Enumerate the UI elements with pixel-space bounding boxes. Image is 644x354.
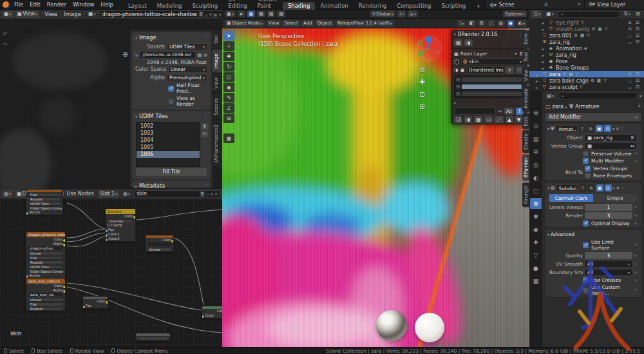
- shader-node[interactable]: ColorLinear: [145, 235, 174, 252]
- unlink-icon[interactable]: ✕: [218, 12, 222, 17]
- viewport-canvas[interactable]: User Perspective (159) Scene Collection …: [222, 28, 529, 347]
- panel-options-icon[interactable]: ∷: [205, 183, 207, 188]
- add-modifier-dropdown[interactable]: Add Modifier▾: [545, 113, 641, 121]
- close-icon[interactable]: ✕: [577, 2, 581, 7]
- layer-list[interactable]: ⊙⊙⊙: [454, 75, 524, 98]
- node-row[interactable]: Alpha: [26, 288, 65, 293]
- udim-tile[interactable]: 1006: [137, 151, 200, 158]
- overlays-icon[interactable]: ◧: [468, 20, 476, 27]
- properties-tab[interactable]: ⧉: [530, 146, 542, 157]
- sphere-mode-button[interactable]: ◑: [464, 39, 473, 46]
- outliner-row[interactable]: ▸ Ψ zara_rig: [529, 52, 644, 58]
- material-datablock-field[interactable]: skin 3 ◇ ⧉ ✕: [134, 190, 220, 198]
- mode-dropdown[interactable]: ▣ Object Mode▾: [225, 20, 265, 27]
- image-browse-icon[interactable]: ▣▾: [86, 10, 98, 18]
- blender-logo-icon[interactable]: [3, 1, 10, 8]
- invert-icon[interactable]: ↔: [630, 143, 634, 149]
- extras-dropdown-icon[interactable]: ▾: [612, 126, 614, 131]
- drag-dots-icon[interactable]: ∷: [621, 126, 623, 132]
- cursor-tool-icon[interactable]: ➤: [238, 10, 245, 17]
- optimal-display-checkbox[interactable]: Optimal Display•: [545, 220, 641, 227]
- node-row[interactable]: Repeat: [26, 306, 65, 311]
- add-tile-button[interactable]: +: [201, 123, 208, 130]
- realtime-toggle[interactable]: ▣: [596, 184, 603, 192]
- texture-slot-icon[interactable]: ▨: [277, 10, 285, 17]
- menu-item[interactable]: Object: [316, 20, 334, 27]
- node-row[interactable]: Repeat: [26, 197, 62, 201]
- menu-item[interactable]: Select: [282, 20, 300, 27]
- node-row[interactable]: Color Space Linear: [26, 269, 65, 273]
- workspace-tab[interactable]: +: [471, 2, 486, 10]
- node-row[interactable]: Alpha: [26, 242, 65, 246]
- checker-mode-button[interactable]: ▦: [454, 39, 462, 46]
- editor-type-button[interactable]: ☰▾: [531, 10, 542, 18]
- layer-row[interactable]: ⊙: [455, 76, 523, 83]
- menu-item[interactable]: Image: [61, 11, 84, 17]
- sidebar-tab[interactable]: View: [213, 74, 222, 93]
- properties-tab[interactable]: ✚: [530, 237, 542, 248]
- properties-tab[interactable]: ⚒: [530, 108, 542, 119]
- sidebar-tab[interactable]: View: [522, 66, 529, 84]
- expand-arrow-icon[interactable]: ▸: [536, 79, 540, 83]
- udim-tile[interactable]: 1003: [137, 130, 200, 137]
- shader-node[interactable]: [135, 333, 171, 341]
- render-toggle[interactable]: ⊡: [604, 125, 611, 132]
- sidebar-tab[interactable]: Scopes: [213, 94, 222, 119]
- sidebar-tab[interactable]: Image: [213, 50, 222, 73]
- expand-arrow-icon[interactable]: ▸: [542, 66, 546, 70]
- outliner-row[interactable]: ▸ ▽ eye.right ▽ ⊙ ⊡: [529, 19, 644, 26]
- filepath-field[interactable]: //textures..w.1006.exr: [140, 52, 195, 59]
- workspace-tab[interactable]: Compositing: [392, 2, 436, 10]
- menu-item[interactable]: File: [11, 1, 26, 8]
- folder-icon[interactable]: ▤: [198, 53, 202, 58]
- breadcrumb-modifier[interactable]: Armature: [575, 104, 600, 110]
- unlink-icon[interactable]: ✕: [214, 192, 218, 196]
- navigation-gizmo[interactable]: [414, 34, 444, 63]
- texture-icon[interactable]: ▦: [474, 116, 482, 123]
- node-row[interactable]: Color: [146, 238, 173, 242]
- node-row[interactable]: Flat: [26, 302, 65, 306]
- node-row[interactable]: UDIM Tiles: [26, 201, 62, 206]
- node-row[interactable]: Color: [26, 237, 65, 242]
- collapse-icon[interactable]: ▾: [547, 232, 549, 237]
- properties-tab[interactable]: ◎: [530, 159, 542, 170]
- collapse-icon[interactable]: ▾: [135, 35, 137, 40]
- rotate-tool[interactable]: ↻: [223, 62, 234, 72]
- material-icon[interactable]: ◍▾: [121, 190, 132, 198]
- sidebar-tab[interactable]: BPainter: [522, 154, 529, 181]
- proportional-edit-icon[interactable]: ◎▾: [408, 10, 418, 17]
- outliner-row[interactable]: ▸ ◆ Pose: [529, 58, 644, 64]
- modifier-name-field[interactable]: Subdivi..: [556, 184, 578, 192]
- layer-row[interactable]: ⊙: [455, 90, 523, 97]
- checkbox-row[interactable]: View as Render: [132, 95, 211, 108]
- shader-node[interactable]: FlatRepeatUDIM TilesColor Space LinearVe…: [26, 189, 63, 215]
- retopoflow-dropdown[interactable]: RetopoFlow 3.2.4 (self)▾: [336, 20, 394, 27]
- zoom-icon[interactable]: ⊕: [419, 66, 425, 74]
- filter-collapse-icon[interactable]: ▾: [454, 101, 456, 105]
- sidebar-tab[interactable]: Grungit: [522, 182, 529, 207]
- visibility-icons[interactable]: ◡ ⊡: [628, 33, 642, 38]
- properties-tab[interactable]: ◉: [530, 224, 542, 235]
- filter-dropdown-icon[interactable]: ▾: [639, 93, 641, 98]
- node-row[interactable]: Color1: [106, 232, 135, 237]
- value-field[interactable]: 1: [585, 204, 632, 211]
- collapse-icon[interactable]: ▾: [454, 32, 456, 37]
- outliner-row[interactable]: ▸ ▽ zara sculpt ▽ ◡ ⊡: [529, 84, 644, 90]
- node-header[interactable]: zara_scar_colours: [26, 279, 65, 284]
- flatten-icon[interactable]: ▭: [484, 116, 493, 123]
- checkbox-row[interactable]: Half Float Preci..: [132, 82, 211, 95]
- active-tool-button[interactable]: ▣▾: [225, 10, 236, 17]
- visibility-icons[interactable]: ⊙ ⊡: [628, 20, 642, 25]
- layer-down-icon[interactable]: ▼: [515, 116, 523, 123]
- cage-toggle[interactable]: ⧉: [588, 184, 595, 192]
- sidebar-tab[interactable]: Tool: [213, 31, 222, 48]
- texture-slot-icon[interactable]: ▤: [257, 10, 265, 17]
- image-mode-dropdown[interactable]: Unordered Ima..▾: [467, 66, 504, 74]
- close-icon[interactable]: ✕: [616, 186, 620, 191]
- shader-node[interactable]: ColorColor: [202, 306, 222, 319]
- image-datablock-field[interactable]: dragon-phoenix-tattoo-scale-shadow 2 ◇ ⧉…: [100, 10, 222, 18]
- editor-type-button[interactable]: ◍▾: [2, 190, 13, 198]
- segment-option[interactable]: Simple: [593, 194, 637, 202]
- quality-field[interactable]: 3: [585, 252, 632, 259]
- menu-item[interactable]: View: [41, 11, 61, 17]
